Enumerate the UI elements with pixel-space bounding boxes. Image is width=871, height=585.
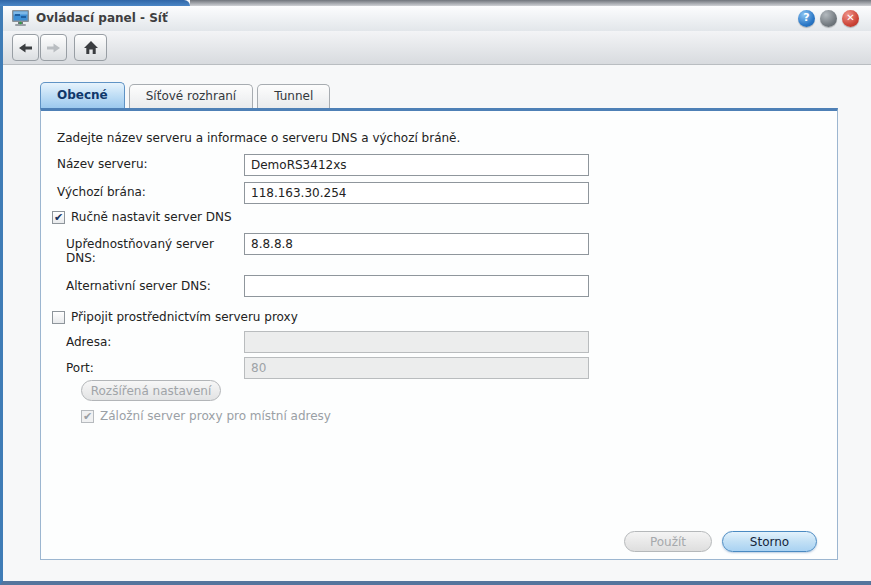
arrow-right-icon	[46, 42, 61, 54]
proxy-port-input[interactable]	[244, 357, 589, 379]
navigation-toolbar	[3, 31, 871, 65]
window-title: Ovládací panel - Síť	[36, 6, 168, 31]
proxy-checkbox[interactable]	[52, 311, 65, 324]
server-name-label: Název serveru:	[57, 157, 148, 171]
screen: Ovládací panel - Síť ? ✕	[0, 0, 871, 585]
control-panel-window: Ovládací panel - Síť ? ✕	[0, 6, 871, 585]
advanced-settings-button[interactable]: Rozšířená nastavení	[81, 380, 221, 401]
proxy-address-label: Adresa:	[66, 335, 111, 349]
proxy-backup-checkbox[interactable]: ✔	[81, 410, 94, 423]
proxy-backup-label: Záložní server proxy pro místní adresy	[100, 409, 331, 423]
close-icon[interactable]: ✕	[842, 10, 859, 27]
arrow-left-icon	[18, 42, 33, 54]
dns-alternative-input[interactable]	[244, 275, 589, 297]
gateway-label: Výchozí brána:	[57, 185, 146, 199]
tab-bar: Obecné Síťové rozhraní Tunnel	[40, 82, 330, 108]
title-bar: Ovládací panel - Síť ? ✕	[3, 6, 871, 31]
gateway-input[interactable]	[244, 182, 589, 204]
house-icon	[83, 40, 99, 55]
form-description: Zadejte název serveru a informace o serv…	[57, 131, 460, 145]
apply-button[interactable]: Použít	[624, 531, 712, 552]
proxy-address-input[interactable]	[244, 331, 589, 353]
help-icon[interactable]: ?	[798, 10, 815, 27]
manual-dns-label[interactable]: Ručně nastavit server DNS	[71, 210, 232, 224]
tab-obecne[interactable]: Obecné	[40, 82, 125, 108]
tab-sitove-rozhrani[interactable]: Síťové rozhraní	[129, 84, 253, 108]
server-name-input[interactable]	[244, 154, 589, 176]
cancel-button[interactable]: Storno	[722, 531, 817, 552]
forward-button[interactable]	[40, 34, 67, 61]
general-settings-panel: Zadejte název serveru a informace o serv…	[40, 108, 838, 560]
dns-preferred-input[interactable]	[244, 233, 589, 255]
dns-alternative-label: Alternativní server DNS:	[66, 279, 236, 293]
window-controls: ? ✕	[798, 10, 859, 27]
manual-dns-checkbox[interactable]: ✔	[52, 211, 65, 224]
back-button[interactable]	[12, 34, 39, 61]
tab-tunnel[interactable]: Tunnel	[257, 84, 330, 108]
proxy-label[interactable]: Připojit prostřednictvím serveru proxy	[71, 310, 298, 324]
home-button[interactable]	[74, 34, 107, 61]
control-panel-icon	[11, 9, 31, 27]
dns-preferred-label: Upřednostňovaný server DNS:	[66, 237, 216, 265]
minimize-icon[interactable]	[820, 10, 837, 27]
proxy-port-label: Port:	[66, 361, 94, 375]
